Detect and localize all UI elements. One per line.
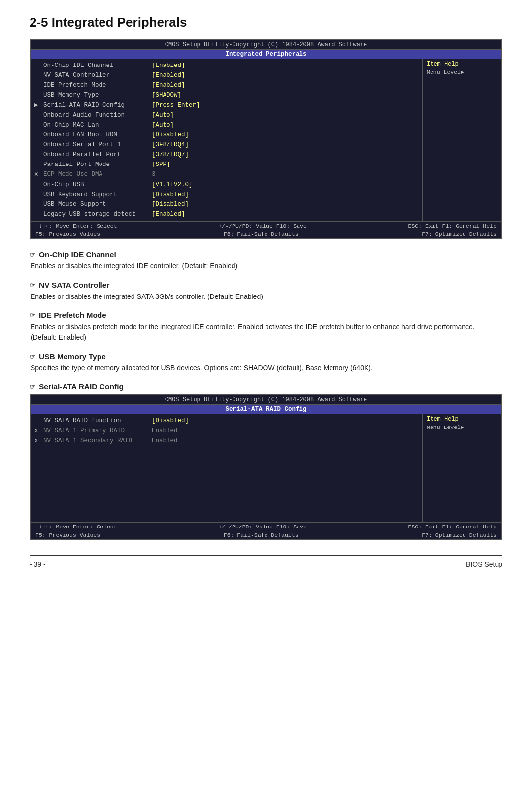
bios-row: IDE Prefetch Mode[Enabled]: [34, 80, 418, 90]
bios-row-value: [SPP]: [152, 160, 170, 169]
bios-row-value: [Enabled]: [152, 71, 185, 80]
bios-row-value: [Press Enter]: [152, 101, 200, 110]
bios-screen-2: CMOS Setup Utility-Copyright (C) 1984-20…: [30, 394, 502, 540]
section-heading-text: USB Memory Type: [39, 352, 106, 361]
bios-row: USB Mouse Support[Disabled]: [34, 199, 418, 209]
bios-help-title-1: Item Help: [427, 61, 498, 67]
bios-row-label: Onboard LAN Boot ROM: [43, 131, 152, 139]
bios-row-label: Onboard Audio Function: [43, 111, 152, 120]
bios-row-prefix: [34, 71, 43, 80]
bios-help-2: Item Help Menu Level▶: [423, 414, 501, 522]
bios-row: Legacy USB storage detect[Enabled]: [34, 209, 418, 219]
bios-row-prefix: [34, 131, 43, 139]
footer-left: ↑↓→←: Move Enter: Select: [35, 223, 117, 229]
bios-row-label: Serial-ATA RAID Config: [43, 101, 152, 110]
bios-row: xNV SATA 1 Primary RAIDEnabled: [34, 426, 418, 436]
bios-row-value: [3F8/IRQ4]: [152, 140, 189, 149]
bios-row-prefix: [34, 200, 43, 209]
bios-row-prefix: [34, 416, 43, 425]
bios-row: Onboard Serial Port 1[3F8/IRQ4]: [34, 140, 418, 150]
section-heading: ☞Serial-ATA RAID Config: [30, 382, 502, 391]
bios-row: On-Chip MAC Lan[Auto]: [34, 120, 418, 130]
bios-footer-row2-2: F5: Previous ValuesF6: Fail-Safe Default…: [31, 531, 501, 539]
bios-subtitle-1: Integrated Peripherals: [31, 50, 501, 59]
bios-row-prefix: [34, 180, 43, 189]
bios-row-label: NV SATA Controller: [43, 71, 152, 80]
bios-row: NV SATA RAID function[Disabled]: [34, 416, 418, 426]
bios-row-label: NV SATA 1 Primary RAID: [43, 427, 152, 435]
bios-row: Onboard LAN Boot ROM[Disabled]: [34, 130, 418, 140]
bios-row-value: [Enabled]: [152, 61, 185, 70]
bios-row: xNV SATA 1 Secondary RAIDEnabled: [34, 436, 418, 446]
bios-row-label: USB Mouse Support: [43, 200, 152, 209]
footer-page-number: - 39 -: [30, 560, 46, 568]
page-title: 2-5 Integrated Peripherals: [30, 15, 502, 30]
bios-row: xECP Mode Use DMA3: [34, 169, 418, 179]
bios-row-value: [SHADOW]: [152, 91, 181, 99]
bios-footer-row2-1: F5: Previous ValuesF6: Fail-Safe Default…: [31, 230, 501, 238]
bios-row: ▶Serial-ATA RAID Config[Press Enter]: [34, 100, 418, 110]
bios-row: USB Memory Type[SHADOW]: [34, 90, 418, 100]
bios-row-value: Enabled: [152, 427, 178, 435]
section-desc: Specifies the type of memory allocated f…: [31, 363, 502, 374]
bios-help-text-1: Menu Level▶: [427, 68, 498, 75]
bios-row-label: Legacy USB storage detect: [43, 210, 152, 219]
section-desc: Enables or disables the integrated SATA …: [31, 292, 502, 302]
section-serial-ata: ☞Serial-ATA RAID Config: [30, 382, 502, 391]
bios-row-prefix: [34, 61, 43, 70]
bios-row-label: On-Chip MAC Lan: [43, 121, 152, 130]
footer-bios-setup: BIOS Setup: [466, 560, 502, 568]
footer-mid: F6: Fail-Safe Defaults: [224, 532, 299, 538]
footer-right: F7: Optimized Defaults: [422, 532, 497, 538]
bios-row-label: On-Chip IDE Channel: [43, 61, 152, 70]
bios-row: Onboard Parallel Port[378/IRQ7]: [34, 150, 418, 160]
bios-row-value: [Disabled]: [152, 200, 189, 209]
section-heading-text: IDE Prefetch Mode: [39, 311, 106, 320]
phone-icon: ☞: [30, 311, 36, 319]
footer-right: ESC: Exit F1: General Help: [408, 524, 497, 530]
bios-help-text-2: Menu Level▶: [427, 424, 498, 430]
bios-subtitle-2: Serial-ATA RAID Config: [31, 405, 501, 414]
phone-icon: ☞: [30, 383, 36, 391]
page-footer: - 39 - BIOS Setup: [30, 555, 502, 568]
bios-row-value: [Enabled]: [152, 81, 185, 90]
section-ide-prefetch: ☞IDE Prefetch ModeEnables or disbales pr…: [30, 311, 502, 343]
section-desc: Enables or disables the integrated IDE c…: [31, 261, 502, 272]
bios-row: NV SATA Controller[Enabled]: [34, 70, 418, 80]
section-heading: ☞On-Chip IDE Channel: [30, 250, 502, 259]
footer-left: F5: Previous Values: [35, 231, 100, 237]
bios-screen-1: CMOS Setup Utility-Copyright (C) 1984-20…: [30, 39, 502, 239]
bios-main-1: On-Chip IDE Channel[Enabled] NV SATA Con…: [31, 59, 423, 221]
section-desc: Enables or disbales prefetch mode for th…: [31, 322, 502, 343]
section-heading: ☞IDE Prefetch Mode: [30, 311, 502, 320]
bios-row: On-Chip IDE Channel[Enabled]: [34, 61, 418, 70]
bios-row-value: [Enabled]: [152, 210, 185, 219]
bios-row-value: Enabled: [152, 436, 178, 445]
footer-mid: +/-/PU/PD: Value F10: Save: [218, 524, 306, 530]
bios-row-label: NV SATA 1 Secondary RAID: [43, 436, 152, 445]
bios-row-label: Onboard Parallel Port: [43, 150, 152, 159]
bios-row-prefix: [34, 111, 43, 120]
bios-row-label: ECP Mode Use DMA: [43, 170, 152, 179]
phone-icon: ☞: [30, 251, 36, 259]
footer-left: ↑↓→←: Move Enter: Select: [35, 524, 117, 530]
bios-row-label: USB Memory Type: [43, 91, 152, 99]
phone-icon: ☞: [30, 353, 36, 361]
bios-row-value: [V1.1+V2.0]: [152, 180, 193, 189]
bios-row-prefix: [34, 91, 43, 99]
section-nv-sata: ☞NV SATA ControllerEnables or disables t…: [30, 281, 502, 302]
bios-row: Onboard Audio Function[Auto]: [34, 110, 418, 120]
phone-icon: ☞: [30, 281, 36, 289]
section-heading: ☞NV SATA Controller: [30, 281, 502, 290]
bios-row: On-Chip USB[V1.1+V2.0]: [34, 180, 418, 190]
bios-row-prefix: [34, 121, 43, 130]
section-heading-text: NV SATA Controller: [39, 281, 110, 290]
bios-row-prefix: x: [34, 170, 43, 179]
bios-footer-row1-1: ↑↓→←: Move Enter: Select+/-/PU/PD: Value…: [31, 222, 501, 230]
bios-row-prefix: [34, 140, 43, 149]
bios-row-prefix: x: [34, 436, 43, 445]
footer-mid: F6: Fail-Safe Defaults: [224, 231, 299, 237]
bios-help-title-2: Item Help: [427, 416, 498, 423]
bios-row: Parallel Port Mode[SPP]: [34, 160, 418, 169]
bios-title-bar-1: CMOS Setup Utility-Copyright (C) 1984-20…: [31, 40, 501, 50]
